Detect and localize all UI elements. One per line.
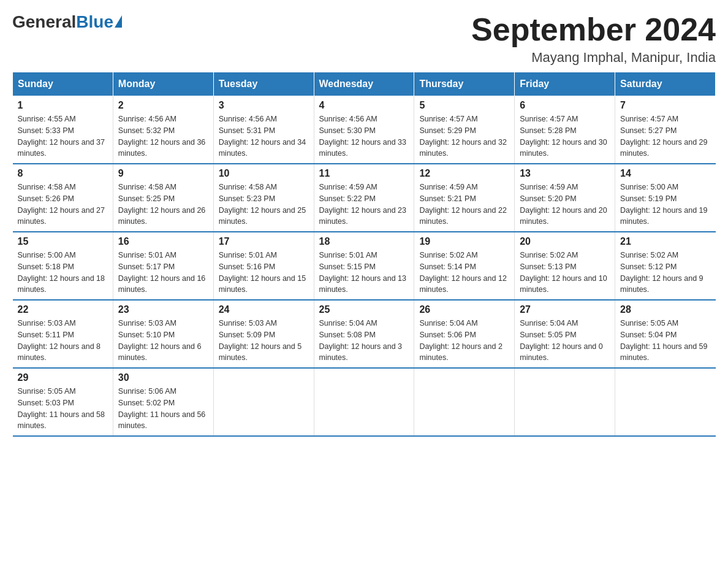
day-info: Sunrise: 5:02 AM Sunset: 5:12 PM Dayligh… (620, 250, 710, 296)
day-info: Sunrise: 5:03 AM Sunset: 5:09 PM Dayligh… (219, 318, 309, 364)
day-number: 9 (118, 168, 208, 179)
day-number: 28 (620, 304, 710, 315)
day-number: 5 (419, 100, 509, 111)
weekday-header-sunday: Sunday (13, 72, 113, 96)
day-info: Sunrise: 4:58 AM Sunset: 5:25 PM Dayligh… (118, 182, 208, 228)
calendar-day-cell: 1Sunrise: 4:55 AM Sunset: 5:33 PM Daylig… (13, 96, 113, 164)
weekday-header-row: SundayMondayTuesdayWednesdayThursdayFrid… (13, 72, 716, 96)
calendar-day-cell: 10Sunrise: 4:58 AM Sunset: 5:23 PM Dayli… (213, 164, 314, 232)
calendar-day-cell (213, 368, 314, 436)
calendar-day-cell (615, 368, 716, 436)
day-info: Sunrise: 4:58 AM Sunset: 5:26 PM Dayligh… (18, 182, 108, 228)
calendar-day-cell: 15Sunrise: 5:00 AM Sunset: 5:18 PM Dayli… (13, 232, 113, 300)
day-number: 16 (118, 236, 208, 247)
day-number: 11 (319, 168, 409, 179)
day-info: Sunrise: 4:56 AM Sunset: 5:30 PM Dayligh… (319, 113, 409, 159)
day-number: 21 (620, 236, 710, 247)
calendar-day-cell: 7Sunrise: 4:57 AM Sunset: 5:27 PM Daylig… (615, 96, 716, 164)
calendar-day-cell: 20Sunrise: 5:02 AM Sunset: 5:13 PM Dayli… (515, 232, 615, 300)
calendar-day-cell: 19Sunrise: 5:02 AM Sunset: 5:14 PM Dayli… (414, 232, 515, 300)
calendar-day-cell: 18Sunrise: 5:01 AM Sunset: 5:15 PM Dayli… (314, 232, 414, 300)
calendar-day-cell: 3Sunrise: 4:56 AM Sunset: 5:31 PM Daylig… (213, 96, 314, 164)
calendar-week-row: 22Sunrise: 5:03 AM Sunset: 5:11 PM Dayli… (13, 300, 716, 368)
day-number: 2 (118, 100, 208, 111)
day-number: 10 (219, 168, 309, 179)
calendar-day-cell: 12Sunrise: 4:59 AM Sunset: 5:21 PM Dayli… (414, 164, 515, 232)
calendar-day-cell (314, 368, 414, 436)
day-info: Sunrise: 5:05 AM Sunset: 5:04 PM Dayligh… (620, 318, 710, 364)
calendar-day-cell: 30Sunrise: 5:06 AM Sunset: 5:02 PM Dayli… (113, 368, 213, 436)
day-info: Sunrise: 4:59 AM Sunset: 5:21 PM Dayligh… (419, 182, 509, 228)
calendar-day-cell: 27Sunrise: 5:04 AM Sunset: 5:05 PM Dayli… (515, 300, 615, 368)
logo: General Blue (12, 12, 122, 32)
day-number: 19 (419, 236, 509, 247)
day-number: 27 (520, 304, 610, 315)
day-number: 13 (520, 168, 610, 179)
day-number: 24 (219, 304, 309, 315)
calendar-day-cell: 16Sunrise: 5:01 AM Sunset: 5:17 PM Dayli… (113, 232, 213, 300)
day-info: Sunrise: 5:04 AM Sunset: 5:08 PM Dayligh… (319, 318, 409, 364)
calendar-day-cell: 13Sunrise: 4:59 AM Sunset: 5:20 PM Dayli… (515, 164, 615, 232)
day-info: Sunrise: 5:00 AM Sunset: 5:18 PM Dayligh… (18, 250, 108, 296)
logo-blue-text: Blue (76, 12, 113, 32)
calendar-day-cell: 22Sunrise: 5:03 AM Sunset: 5:11 PM Dayli… (13, 300, 113, 368)
day-info: Sunrise: 5:02 AM Sunset: 5:14 PM Dayligh… (419, 250, 509, 296)
day-info: Sunrise: 4:56 AM Sunset: 5:31 PM Dayligh… (219, 113, 309, 159)
day-number: 8 (18, 168, 108, 179)
calendar-day-cell: 25Sunrise: 5:04 AM Sunset: 5:08 PM Dayli… (314, 300, 414, 368)
day-number: 26 (419, 304, 509, 315)
day-number: 14 (620, 168, 710, 179)
calendar-week-row: 15Sunrise: 5:00 AM Sunset: 5:18 PM Dayli… (13, 232, 716, 300)
calendar-day-cell: 23Sunrise: 5:03 AM Sunset: 5:10 PM Dayli… (113, 300, 213, 368)
day-info: Sunrise: 4:56 AM Sunset: 5:32 PM Dayligh… (118, 113, 208, 159)
calendar-day-cell: 9Sunrise: 4:58 AM Sunset: 5:25 PM Daylig… (113, 164, 213, 232)
day-info: Sunrise: 4:59 AM Sunset: 5:20 PM Dayligh… (520, 182, 610, 228)
calendar-day-cell: 17Sunrise: 5:01 AM Sunset: 5:16 PM Dayli… (213, 232, 314, 300)
calendar-day-cell: 26Sunrise: 5:04 AM Sunset: 5:06 PM Dayli… (414, 300, 515, 368)
calendar-week-row: 8Sunrise: 4:58 AM Sunset: 5:26 PM Daylig… (13, 164, 716, 232)
day-number: 6 (520, 100, 610, 111)
day-number: 1 (18, 100, 108, 111)
calendar-day-cell (414, 368, 515, 436)
day-number: 7 (620, 100, 710, 111)
calendar-day-cell: 6Sunrise: 4:57 AM Sunset: 5:28 PM Daylig… (515, 96, 615, 164)
day-info: Sunrise: 5:03 AM Sunset: 5:10 PM Dayligh… (118, 318, 208, 364)
calendar-day-cell: 11Sunrise: 4:59 AM Sunset: 5:22 PM Dayli… (314, 164, 414, 232)
day-info: Sunrise: 4:59 AM Sunset: 5:22 PM Dayligh… (319, 182, 409, 228)
weekday-header-friday: Friday (515, 72, 615, 96)
calendar-day-cell: 5Sunrise: 4:57 AM Sunset: 5:29 PM Daylig… (414, 96, 515, 164)
day-info: Sunrise: 5:01 AM Sunset: 5:17 PM Dayligh… (118, 250, 208, 296)
calendar-week-row: 29Sunrise: 5:05 AM Sunset: 5:03 PM Dayli… (13, 368, 716, 436)
day-number: 29 (18, 372, 108, 383)
calendar-day-cell: 21Sunrise: 5:02 AM Sunset: 5:12 PM Dayli… (615, 232, 716, 300)
day-info: Sunrise: 4:55 AM Sunset: 5:33 PM Dayligh… (18, 113, 108, 159)
day-info: Sunrise: 5:01 AM Sunset: 5:15 PM Dayligh… (319, 250, 409, 296)
calendar-day-cell: 4Sunrise: 4:56 AM Sunset: 5:30 PM Daylig… (314, 96, 414, 164)
calendar-day-cell (515, 368, 615, 436)
day-info: Sunrise: 5:04 AM Sunset: 5:05 PM Dayligh… (520, 318, 610, 364)
day-number: 3 (219, 100, 309, 111)
day-number: 4 (319, 100, 409, 111)
day-info: Sunrise: 4:57 AM Sunset: 5:29 PM Dayligh… (419, 113, 509, 159)
day-info: Sunrise: 5:03 AM Sunset: 5:11 PM Dayligh… (18, 318, 108, 364)
weekday-header-wednesday: Wednesday (314, 72, 414, 96)
logo-blue-container: Blue (76, 12, 122, 32)
weekday-header-saturday: Saturday (615, 72, 716, 96)
calendar-day-cell: 2Sunrise: 4:56 AM Sunset: 5:32 PM Daylig… (113, 96, 213, 164)
day-info: Sunrise: 5:04 AM Sunset: 5:06 PM Dayligh… (419, 318, 509, 364)
weekday-header-thursday: Thursday (414, 72, 515, 96)
day-number: 20 (520, 236, 610, 247)
day-number: 18 (319, 236, 409, 247)
day-number: 12 (419, 168, 509, 179)
page-header: General Blue September 2024 Mayang Impha… (12, 12, 716, 66)
weekday-header-tuesday: Tuesday (213, 72, 314, 96)
calendar-day-cell: 8Sunrise: 4:58 AM Sunset: 5:26 PM Daylig… (13, 164, 113, 232)
calendar-day-cell: 29Sunrise: 5:05 AM Sunset: 5:03 PM Dayli… (13, 368, 113, 436)
calendar-table: SundayMondayTuesdayWednesdayThursdayFrid… (12, 72, 716, 437)
day-number: 30 (118, 372, 208, 383)
day-info: Sunrise: 4:57 AM Sunset: 5:27 PM Dayligh… (620, 113, 710, 159)
day-number: 15 (18, 236, 108, 247)
title-section: September 2024 Mayang Imphal, Manipur, I… (471, 12, 716, 66)
day-info: Sunrise: 5:01 AM Sunset: 5:16 PM Dayligh… (219, 250, 309, 296)
day-number: 17 (219, 236, 309, 247)
